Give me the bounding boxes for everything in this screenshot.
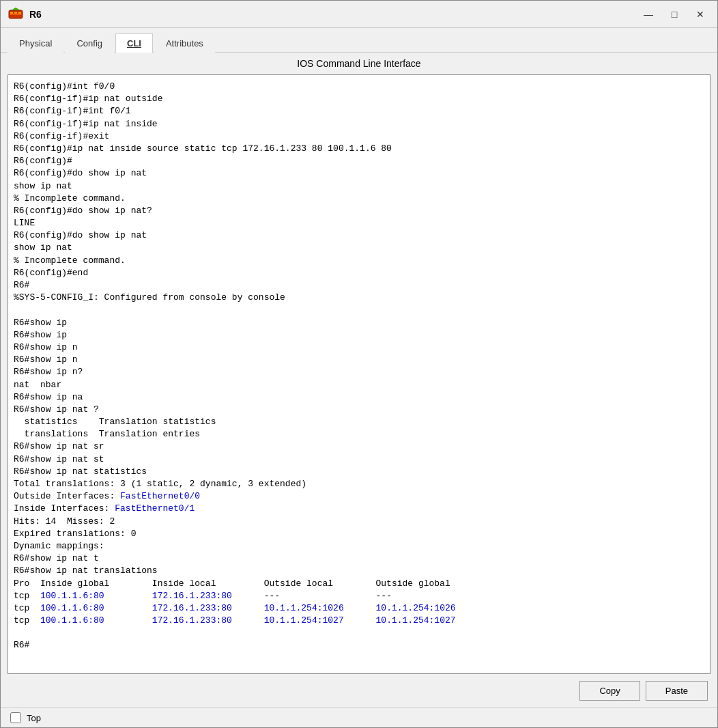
close-button[interactable]: ✕ xyxy=(690,6,710,23)
router-icon xyxy=(8,6,24,23)
bottom-bar: Copy Paste xyxy=(1,674,717,708)
tab-bar: Physical Config CLI Attributes xyxy=(1,28,717,53)
cli-title: IOS Command Line Interface xyxy=(1,53,717,74)
footer: Top xyxy=(1,708,717,727)
svg-rect-2 xyxy=(14,12,17,14)
minimize-button[interactable]: — xyxy=(638,6,659,23)
svg-rect-4 xyxy=(10,14,21,15)
tab-cli[interactable]: CLI xyxy=(115,33,153,53)
top-label: Top xyxy=(27,713,41,723)
title-bar: R6 — □ ✕ xyxy=(1,1,717,28)
tab-physical[interactable]: Physical xyxy=(8,33,63,53)
main-window: R6 — □ ✕ Physical Config CLI Attributes … xyxy=(0,0,718,728)
paste-button[interactable]: Paste xyxy=(646,681,708,701)
terminal-output[interactable]: R6(config)#int f0/0 R6(config-if)#ip nat… xyxy=(8,75,710,673)
svg-rect-3 xyxy=(18,12,21,14)
terminal-container: R6(config)#int f0/0 R6(config-if)#ip nat… xyxy=(8,74,710,674)
copy-button[interactable]: Copy xyxy=(579,681,640,701)
tab-config[interactable]: Config xyxy=(65,33,114,53)
svg-rect-1 xyxy=(10,12,13,14)
top-checkbox[interactable] xyxy=(10,712,21,723)
svg-marker-5 xyxy=(11,8,20,10)
tab-attributes[interactable]: Attributes xyxy=(154,33,215,53)
window-controls: — □ ✕ xyxy=(638,6,710,23)
maximize-button[interactable]: □ xyxy=(664,6,685,23)
window-title: R6 xyxy=(29,9,638,20)
